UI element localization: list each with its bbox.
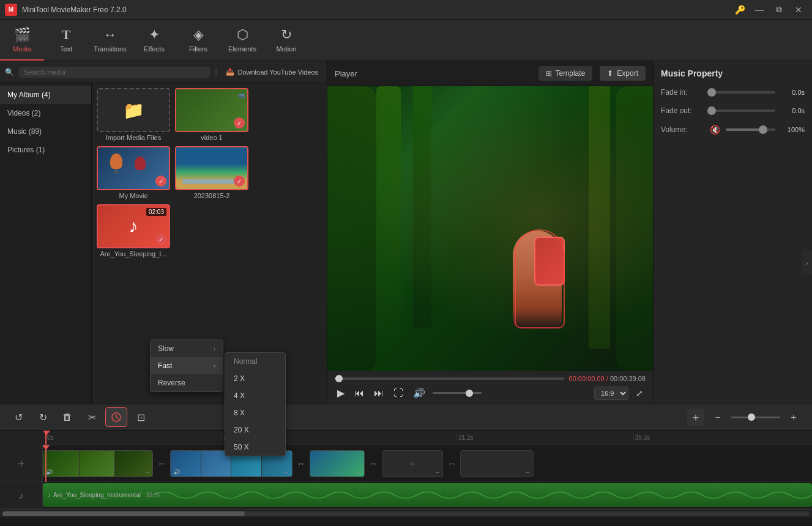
video-clip-3[interactable]: ↔: [310, 450, 365, 477]
volume-value: 100%: [780, 126, 805, 133]
submenu-50x[interactable]: 50 X: [225, 439, 285, 456]
crop-edit-button[interactable]: ⊡: [130, 407, 152, 427]
transitions-label: Transitions: [94, 45, 126, 53]
sidebar-item-pictures[interactable]: Pictures (1): [0, 141, 91, 159]
search-box[interactable]: Search media: [19, 67, 210, 78]
tab-filters[interactable]: ◈ Filters: [176, 20, 220, 61]
video1-item[interactable]: 📹 ✓ video 1: [175, 88, 248, 141]
fade-out-thumb[interactable]: [707, 106, 716, 115]
import-media-item[interactable]: 📁 Import Media Files: [97, 88, 170, 141]
music-thumb: ♪ 02:03 ✓: [97, 204, 170, 248]
music-check: ✓: [155, 234, 166, 245]
restore-button[interactable]: ⧉: [770, 4, 788, 16]
ctx-reverse[interactable]: Reverse: [151, 374, 223, 391]
video-clip-1[interactable]: 🔊 ↔: [43, 450, 153, 477]
elements-label: Elements: [228, 45, 256, 53]
player-label: Player: [335, 69, 357, 78]
submenu-4x[interactable]: 4 X: [225, 387, 285, 404]
clip-transition-2[interactable]: ↔: [294, 450, 308, 477]
video1-thumb: 📹 ✓: [175, 88, 248, 132]
timeline-scrollbar[interactable]: [0, 509, 812, 517]
tab-elements[interactable]: ⬡ Elements: [220, 20, 264, 61]
motion-label: Motion: [276, 45, 296, 53]
progress-thumb[interactable]: [335, 375, 343, 382]
next-button[interactable]: ⏭: [371, 387, 386, 400]
undo-button[interactable]: ↺: [7, 407, 29, 427]
settings-button[interactable]: 🔑: [731, 4, 748, 16]
fullscreen-button[interactable]: ⤢: [633, 387, 646, 399]
time-display: 00:00:00.00 / 00:00:39.08: [569, 375, 646, 382]
video-player: [327, 86, 653, 371]
fade-out-label: Fade out:: [661, 106, 704, 115]
fade-out-slider-track: [709, 109, 775, 112]
audio-track-header: ♪: [0, 482, 43, 508]
video1-check: ✓: [234, 117, 245, 128]
add-media-to-timeline-button[interactable]: ＋: [687, 409, 704, 426]
redo-button[interactable]: ↻: [32, 407, 54, 427]
video-clip-4[interactable]: ＋ ↔: [382, 450, 443, 477]
volume-slider-track: [726, 128, 775, 131]
sidebar-item-my-album[interactable]: My Album (4): [0, 86, 91, 104]
date-video-item[interactable]: ✓ 20230815-2: [175, 146, 248, 199]
add-track-button[interactable]: ＋: [15, 455, 28, 472]
progress-bar[interactable]: [335, 377, 564, 380]
sidebar-item-music[interactable]: Music (89): [0, 122, 91, 141]
ruler-39: 39.3s: [633, 434, 810, 441]
volume-button[interactable]: 🔊: [411, 386, 428, 400]
audio-track-row: ♪ ♪ Are_You_Sleeping_Instrumental 39.3s: [0, 482, 812, 509]
tab-motion[interactable]: ↻ Motion: [264, 20, 308, 61]
volume-prop-thumb[interactable]: [759, 125, 767, 134]
submenu-normal[interactable]: Normal: [225, 353, 285, 370]
close-button[interactable]: ✕: [790, 4, 807, 16]
video-track-row: ＋ 🔊 ↔ ↔: [0, 445, 812, 482]
collapse-panel-button[interactable]: ›: [802, 251, 812, 275]
cut-button[interactable]: ✂: [81, 407, 103, 427]
export-button[interactable]: ⬆ Export: [600, 66, 646, 81]
tab-media[interactable]: 🎬 Media: [0, 20, 44, 61]
audio-clip[interactable]: ♪ Are_You_Sleeping_Instrumental 39.3s: [43, 483, 812, 507]
media-label: Media: [13, 45, 31, 53]
ctx-fast[interactable]: Fast ›: [151, 357, 223, 374]
clip-transition-3[interactable]: ↔: [366, 450, 381, 477]
video-clip-5[interactable]: ↔: [460, 450, 534, 477]
download-youtube-button[interactable]: 📥 Download YouTube Videos: [222, 66, 322, 78]
template-button[interactable]: ⊞ Template: [538, 66, 593, 81]
zoom-in-button[interactable]: ＋: [783, 407, 805, 427]
crop-button[interactable]: ⛶: [391, 387, 406, 400]
mymovie-thumb: ✓: [97, 146, 170, 190]
clip-transition-4[interactable]: ↔: [444, 450, 459, 477]
zoom-slider[interactable]: [731, 417, 780, 418]
horizontal-scrollbar[interactable]: [2, 511, 810, 516]
video-scene: [327, 86, 653, 371]
music-item[interactable]: ♪ 02:03 ✓ Are_You_Sleeping_I...: [97, 204, 170, 257]
tab-effects[interactable]: ✦ Effects: [132, 20, 176, 61]
prev-button[interactable]: ⏮: [352, 387, 367, 400]
volume-icon: 🔇: [709, 125, 721, 135]
download-icon: 📥: [226, 68, 234, 76]
zoom-out-button[interactable]: －: [707, 407, 729, 427]
ctx-slow[interactable]: Slow ›: [151, 340, 223, 357]
ctx-slow-arrow: ›: [214, 346, 215, 352]
mymovie-item[interactable]: ✓ My Movie: [97, 146, 170, 199]
tab-transitions[interactable]: ↔ Transitions: [88, 20, 132, 61]
scrollbar-thumb[interactable]: [2, 511, 245, 516]
submenu-8x[interactable]: 8 X: [225, 404, 285, 421]
play-button[interactable]: ▶: [335, 386, 347, 400]
aspect-ratio-select[interactable]: 16:9 9:16 4:3 1:1: [594, 387, 628, 400]
submenu-20x[interactable]: 20 X: [225, 421, 285, 439]
clip-transition-1[interactable]: ↔: [154, 450, 169, 477]
minimize-button[interactable]: —: [751, 4, 768, 16]
right-panel: Music Property Fade in: 0.0s Fade out: 0…: [653, 61, 812, 404]
tab-text[interactable]: T Text: [44, 20, 88, 61]
audio-track-content: ♪ Are_You_Sleeping_Instrumental 39.3s: [43, 482, 812, 508]
sidebar-item-videos[interactable]: Videos (2): [0, 104, 91, 122]
submenu-2x[interactable]: 2 X: [225, 370, 285, 387]
audio-clip-label: Are_You_Sleeping_Instrumental: [53, 492, 141, 498]
delete-button[interactable]: 🗑: [56, 407, 78, 427]
motion-icon: ↻: [281, 27, 292, 43]
volume-slider[interactable]: [433, 392, 482, 394]
main-area: 🔍 Search media | 📥 Download YouTube Vide…: [0, 61, 812, 404]
speed-button[interactable]: [105, 407, 127, 427]
fade-in-thumb[interactable]: [707, 88, 716, 97]
mymovie-check: ✓: [155, 176, 166, 187]
